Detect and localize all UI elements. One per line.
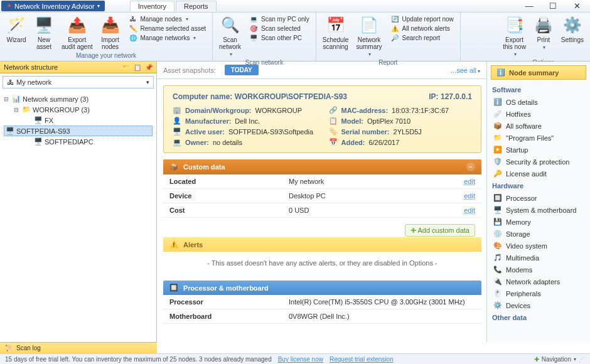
- new-asset-button[interactable]: 🖥️New asset: [30, 14, 58, 51]
- networks-icon: 🌐: [128, 35, 138, 41]
- sidebar-link[interactable]: 🔑License audit: [491, 168, 586, 179]
- sidebar-link[interactable]: 🔌Network adapters: [491, 276, 586, 287]
- tree-node[interactable]: 🖥️SOFTPEDIA-S93: [4, 126, 153, 136]
- sidebar-link[interactable]: 🖥️System & motherboard: [491, 204, 586, 216]
- sidebar-link[interactable]: 💿Storage: [491, 228, 586, 240]
- other-pc-icon: 🖥️: [249, 35, 259, 41]
- target-icon: 🎯: [249, 25, 259, 32]
- wizard-icon: 🪄: [6, 15, 26, 35]
- manage-networks-button[interactable]: 🌐Manage networks: [127, 34, 208, 42]
- request-trial-link[interactable]: Request trial extension: [330, 356, 394, 363]
- buy-license-link[interactable]: Buy license now: [278, 356, 323, 363]
- scan-log-button[interactable]: 📜Scan log: [0, 342, 157, 353]
- info-row: 🖥️Active user:SOFTPEDIA-S93\Softpedia: [173, 127, 316, 136]
- scan-network-button[interactable]: 🔍Scan network: [215, 14, 245, 58]
- pin-icon[interactable]: 📌: [145, 64, 153, 71]
- pc-icon: 🖥️: [6, 127, 14, 135]
- edit-link[interactable]: edit: [417, 203, 481, 218]
- sidebar-link[interactable]: 🔲Processor: [491, 192, 586, 204]
- network-summary-button[interactable]: 📄Network summary: [352, 14, 385, 58]
- update-report-button[interactable]: 🔄Update report now: [389, 15, 455, 23]
- search-icon: 🔎: [390, 35, 400, 41]
- sidebar-link[interactable]: ▶️Startup: [491, 144, 586, 156]
- warning-icon: ⚠️: [169, 240, 178, 249]
- edit-link[interactable]: edit: [417, 189, 481, 203]
- alerts-header[interactable]: ⚠️Alerts: [163, 237, 481, 252]
- see-all-link[interactable]: ...see all: [451, 67, 480, 74]
- rename-asset-button[interactable]: ✏️Rename selected asset: [127, 24, 208, 33]
- settings-button[interactable]: ⚙️Settings: [557, 14, 587, 45]
- close-button[interactable]: ✕: [567, 1, 586, 12]
- sidebar-link[interactable]: 📦All software: [491, 120, 586, 132]
- alert-icon: ⚠️: [390, 25, 400, 32]
- info-row: 🏢Domain/Workgroup:WORKGROUP: [173, 106, 316, 114]
- summary-icon: 📊: [12, 95, 21, 103]
- sidebar-link[interactable]: 🎨Video system: [491, 240, 586, 252]
- refresh-icon: 🔄: [390, 16, 400, 23]
- log-icon: 📜: [5, 345, 13, 351]
- export-now-button[interactable]: 📑Export this now: [499, 14, 530, 58]
- import-nodes-button[interactable]: 📥Import nodes: [97, 14, 124, 51]
- print-button[interactable]: 🖨️Print: [530, 14, 557, 51]
- network-combo[interactable]: 🖧 My network ▾: [3, 76, 154, 88]
- sidebar-link[interactable]: 🖱️Peripherals: [491, 287, 586, 299]
- nav-icon: ✚: [534, 356, 539, 363]
- app-title[interactable]: Network Inventory Advisor ▾: [1, 1, 105, 11]
- sidebar-link[interactable]: ⚙️Devices: [491, 299, 586, 311]
- processor-header[interactable]: 🔲Processor & motherboard: [163, 281, 481, 295]
- chip-icon: 🔲: [169, 284, 178, 292]
- resize-grip[interactable]: ⋰: [579, 356, 585, 363]
- manage-nodes-button[interactable]: 🖧Manage nodes: [127, 15, 208, 23]
- table-row: DeviceDesktop PCedit: [163, 189, 481, 203]
- today-button[interactable]: TODAY: [225, 65, 259, 75]
- edit-link[interactable]: edit: [417, 174, 481, 189]
- sidebar-link[interactable]: 🎵Multimedia: [491, 252, 586, 264]
- scan-icon: 🔍: [220, 15, 240, 35]
- tree-workgroup[interactable]: ⊟📁WORKGROUP (3): [4, 104, 153, 115]
- box-icon: 📦: [169, 163, 178, 171]
- computer-info-card: Computer name: WORKGROUP\SOFTPEDIA-S93 I…: [163, 85, 481, 153]
- tool-icon[interactable]: 📁: [122, 64, 130, 71]
- navigation-button[interactable]: Navigation: [542, 356, 571, 363]
- info-icon: ℹ️: [496, 68, 505, 77]
- tree-root[interactable]: ⊟📊Network summary (3): [4, 94, 153, 104]
- network-structure-header: Network structure 📁 📋 📌: [0, 62, 156, 73]
- tree-node[interactable]: 🖥️SOFTPEDIAPC: [4, 136, 153, 147]
- node-summary-title: ℹ️Node summary: [491, 65, 586, 80]
- tool-icon[interactable]: 📋: [134, 64, 141, 71]
- network-icon: 🖧: [7, 78, 14, 86]
- sidebar-link[interactable]: 📁"Program Files": [491, 132, 586, 144]
- report-icon: 📄: [359, 15, 379, 35]
- sidebar-link[interactable]: 💾Memory: [491, 216, 586, 228]
- wizard-button[interactable]: 🪄Wizard: [3, 14, 30, 45]
- all-alerts-button[interactable]: ⚠️All network alerts: [389, 24, 455, 33]
- pc-icon: 🖥️: [34, 137, 43, 146]
- snapshot-label: Asset snapshots:: [163, 67, 216, 74]
- minimize-button[interactable]: —: [520, 1, 539, 12]
- schedule-scanning-button[interactable]: 📅Schedule scanning: [319, 14, 353, 51]
- rename-icon: ✏️: [128, 25, 138, 32]
- sidebar-link[interactable]: 🛡️Security & protection: [491, 156, 586, 168]
- scan-other-pc-button[interactable]: 🖥️Scan other PC: [247, 34, 311, 42]
- calendar-icon: 📅: [326, 15, 346, 35]
- tree-node[interactable]: 🖥️FX: [4, 115, 153, 126]
- pc-icon: 💻: [249, 16, 259, 23]
- export-agent-button[interactable]: 📤Export audit agent: [58, 14, 97, 51]
- table-row: LocatedMy networkedit: [163, 174, 481, 189]
- sidebar-link[interactable]: ℹ️OS details: [491, 96, 586, 108]
- tab-inventory[interactable]: Inventory: [130, 1, 174, 11]
- print-icon: 🖨️: [534, 15, 554, 35]
- table-row: ProcessorIntel(R) Core(TM) i5-3550S CPU …: [163, 295, 481, 309]
- search-report-button[interactable]: 🔎Search report: [389, 34, 455, 42]
- export-doc-icon: 📑: [505, 15, 525, 35]
- info-row: 💻Owner:no details: [173, 138, 316, 146]
- maximize-button[interactable]: ☐: [544, 1, 562, 12]
- tab-reports[interactable]: Reports: [176, 1, 217, 11]
- scan-selected-button[interactable]: 🎯Scan selected: [247, 24, 311, 33]
- sidebar-link[interactable]: 🩹Hotfixes: [491, 108, 586, 120]
- scan-my-pc-button[interactable]: 💻Scan my PC only: [247, 15, 311, 23]
- sidebar-link[interactable]: 📞Modems: [491, 264, 586, 276]
- custom-data-header[interactable]: 📦Custom data−: [163, 159, 481, 174]
- new-asset-icon: 🖥️: [34, 15, 54, 35]
- add-custom-data-button[interactable]: Add custom data: [405, 224, 475, 237]
